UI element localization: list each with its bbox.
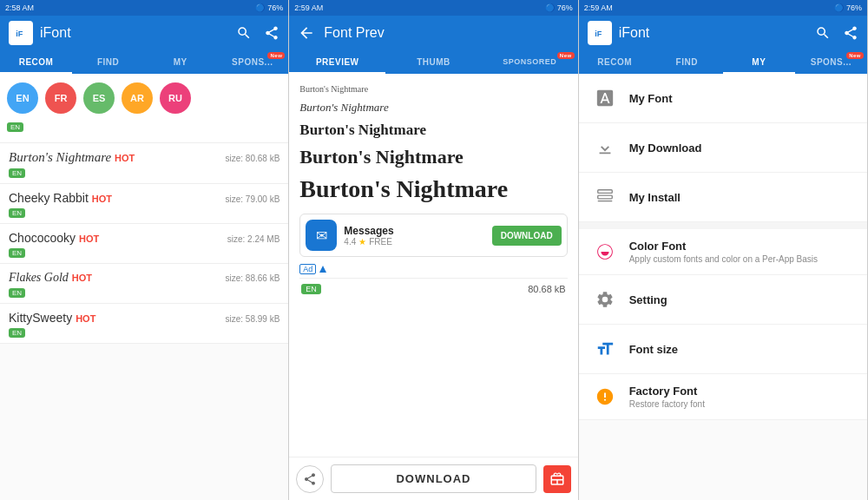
tab-my[interactable]: MY <box>144 50 216 74</box>
app-title-3: iFont <box>619 25 808 41</box>
color-font-title: Color Font <box>629 240 853 253</box>
hot-badge-1: HOT <box>92 194 112 204</box>
ad-row: ✉ Messages 4.4 ★ FREE DOWNLOAD <box>299 214 567 257</box>
tab-thumb[interactable]: THUMB <box>385 50 482 74</box>
status-bar-3: 2:59 AM 🔵 76% <box>579 0 867 16</box>
tab-find-3[interactable]: FIND <box>651 50 723 74</box>
font-size-0: size: 80.68 kB <box>226 154 280 163</box>
app-icon-1: iF <box>9 21 33 45</box>
factory-font-item[interactable]: Factory Font Restore factory font <box>579 374 867 420</box>
factory-font-text: Factory Font Restore factory font <box>629 385 853 409</box>
my-download-text: My Download <box>629 141 853 155</box>
factory-font-icon <box>593 385 617 409</box>
bottom-download-bar: DOWNLOAD <box>289 457 577 500</box>
lang-ar[interactable]: AR <box>122 82 153 114</box>
gift-button[interactable] <box>543 465 571 493</box>
ad-rating: 4.4 <box>344 237 356 247</box>
font-row-2[interactable]: Chococooky HOT size: 2.24 MB EN <box>0 224 288 264</box>
new-badge-2: New <box>557 52 575 59</box>
svg-text:iF: iF <box>595 30 602 38</box>
font-size-2: size: 2.24 MB <box>227 234 280 244</box>
font-row-1[interactable]: Cheeky Rabbit HOT size: 79.00 kB EN <box>0 184 288 224</box>
hot-badge-0: HOT <box>115 153 135 163</box>
main-download-button[interactable]: DOWNLOAD <box>331 464 536 493</box>
tab-bar-3: RECOM FIND MY SPONS... New <box>579 50 867 74</box>
lang-en[interactable]: EN <box>7 82 38 114</box>
my-font-title: My Font <box>629 92 853 105</box>
setting-text: Setting <box>629 293 853 306</box>
tab-my-3[interactable]: MY <box>723 50 795 74</box>
tab-recom[interactable]: RECOM <box>0 50 72 74</box>
lang-ru[interactable]: RU <box>160 82 191 114</box>
font-lang-2: EN <box>9 248 25 258</box>
bottom-share-button[interactable] <box>296 465 324 493</box>
svg-rect-5 <box>597 195 612 199</box>
tab-spons-1[interactable]: SPONS... New <box>216 50 288 74</box>
color-font-item[interactable]: Color Font Apply custom fonts and color … <box>579 229 867 275</box>
font-row-0[interactable]: Burton's Nightmare HOT size: 80.68 kB EN <box>0 143 288 184</box>
share-icon-1[interactable] <box>264 25 279 41</box>
preview-text-5: Burton's Nightmare <box>299 175 567 203</box>
factory-font-title: Factory Font <box>629 385 853 398</box>
font-size-text: Font size <box>629 343 853 356</box>
share-icon-3[interactable] <box>843 25 858 41</box>
panel3-content: My Font My Download My Install <box>579 74 867 500</box>
font-row-3[interactable]: Flakes Gold HOT size: 88.66 kB EN <box>0 264 288 304</box>
new-badge-1: New <box>267 52 285 59</box>
tab-bar-2: PREVIEW THUMB SPONSORED New <box>289 50 577 74</box>
svg-rect-4 <box>597 190 612 194</box>
font-name-0: Burton's Nightmare <box>9 150 111 165</box>
search-icon-3[interactable] <box>815 25 831 41</box>
font-size-item[interactable]: Font size <box>579 325 867 374</box>
my-font-text: My Font <box>629 92 853 105</box>
app-icon-3: iF <box>588 21 612 45</box>
preview-text-2: Burton's Nightmare <box>299 101 567 115</box>
factory-font-sub: Restore factory font <box>629 399 853 409</box>
lang-en-badge: EN <box>7 122 23 132</box>
lang-es[interactable]: ES <box>83 82 115 114</box>
lang-fr[interactable]: FR <box>45 82 76 114</box>
my-install-item[interactable]: My Install <box>579 173 867 222</box>
tab-spons-3[interactable]: SPONS... New <box>795 50 867 74</box>
font-icon <box>593 86 617 110</box>
setting-item[interactable]: Setting <box>579 275 867 325</box>
tab-find[interactable]: FIND <box>72 50 144 74</box>
my-font-item[interactable]: My Font <box>579 74 867 123</box>
my-download-item[interactable]: My Download <box>579 123 867 173</box>
lang-circles-section: EN FR ES AR RU EN <box>0 74 288 143</box>
status-bar-2: 2:59 AM 🔵 76% <box>289 0 577 16</box>
setting-title: Setting <box>629 293 853 306</box>
ad-sub: 4.4 ★ FREE <box>344 237 484 247</box>
status-left-1: 2:58 AM <box>5 3 34 12</box>
font-size-title: Font size <box>629 343 853 356</box>
status-left-3: 2:59 AM <box>584 3 613 12</box>
toolbar-icons-1 <box>236 25 279 41</box>
lang-circles: EN FR ES AR RU <box>7 82 281 119</box>
font-size-1: size: 79.00 kB <box>226 194 280 204</box>
my-download-title: My Download <box>629 141 853 155</box>
ad-price: FREE <box>369 237 392 247</box>
ad-download-button[interactable]: DOWNLOAD <box>492 226 562 246</box>
panel-font-prev: 2:59 AM 🔵 76% Font Prev PREVIEW THUMB SP… <box>289 0 578 500</box>
search-icon-1[interactable] <box>236 25 252 41</box>
font-size-3: size: 88.66 kB <box>226 273 280 283</box>
font-lang-3: EN <box>9 288 25 298</box>
color-font-text: Color Font Apply custom fonts and color … <box>629 240 853 264</box>
setting-icon <box>593 287 617 312</box>
install-icon <box>593 185 617 209</box>
font-name-1: Cheeky Rabbit <box>9 191 89 205</box>
panel-recom: 2:58 AM 🔵 76% iF iFont RECOM FIND MY SPO… <box>0 0 289 500</box>
tab-preview[interactable]: PREVIEW <box>289 50 385 74</box>
status-bar-1: 2:58 AM 🔵 76% <box>0 0 288 16</box>
preview-text-4: Burton's Nightmare <box>299 146 567 168</box>
tab-sponsored[interactable]: SPONSORED New <box>482 50 578 74</box>
color-font-icon <box>593 240 617 264</box>
new-badge-3: New <box>846 52 864 59</box>
tab-recom-3[interactable]: RECOM <box>579 50 651 74</box>
preview-text-1: Burton's Nightmare <box>299 84 567 94</box>
back-icon[interactable] <box>298 24 315 42</box>
font-lang-1: EN <box>9 208 25 218</box>
top-bar-1: iF iFont <box>0 16 288 50</box>
font-row-4[interactable]: KittySweety HOT size: 58.99 kB EN <box>0 304 288 344</box>
my-install-title: My Install <box>629 191 853 204</box>
